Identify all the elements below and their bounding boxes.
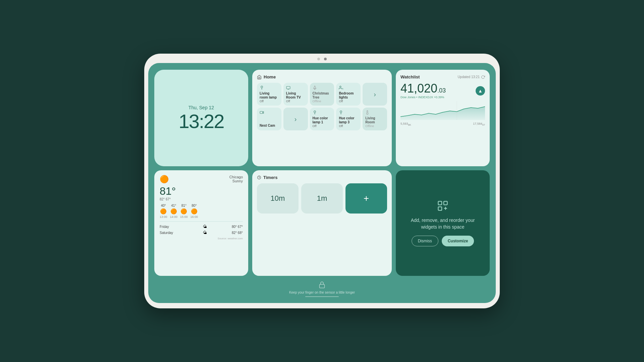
hue-lamp-3-icon [339,110,343,115]
timers-title: Timers [263,175,277,180]
svg-point-12 [340,111,342,113]
tv-icon [286,85,290,90]
customize-button[interactable]: Customize [442,236,474,246]
home-widget-header: Home [257,74,387,79]
timer-10m[interactable]: 10m [257,183,299,214]
timer-add-button[interactable]: + [345,183,387,214]
control-status-4: Off [339,100,358,103]
stock-chart [400,102,485,120]
stock-range: 5,5938K 17,58407 [400,122,485,126]
control-name-1: Living room lamp [260,92,279,100]
bottom-area: Keep your finger on the sensor a little … [154,280,490,297]
camera-icon [260,110,264,115]
tree-icon [313,85,317,90]
control-chevron-1[interactable]: › [363,83,387,106]
svg-rect-6 [314,88,315,89]
widget-promo-icon [437,200,449,213]
control-christmas-tree[interactable]: Christmas Tree Offline [310,83,334,106]
control-name-3: Christmas Tree [313,92,332,100]
clock-date: Thu, Sep 12 [189,105,214,110]
control-living-room-offline[interactable]: Living Room Offline [363,108,387,130]
forecast-saturday: Saturday 🌤 82° 68° [160,230,243,236]
timers-widget: Timers 10m 1m + [252,170,392,276]
weather-source: Source: weather.com [160,237,243,240]
widget-promo: Add, remove, and reorder your widgets in… [396,170,490,276]
timer-icon [257,175,261,180]
control-name-4: Bedroom lights [339,92,358,100]
svg-rect-19 [438,207,442,210]
promo-buttons: Dismiss Customize [412,236,474,246]
hourly-1: 40° 🟠 13:00 [160,204,167,219]
forecast-friday: Friday 🌤 80° 67° [160,224,243,230]
control-living-room-lamp[interactable]: Living room lamp Off [257,83,281,106]
hourly-4: 80° 🟠 16:00 [191,204,198,219]
home-title: Home [264,74,276,79]
weather-widget: 🟠 81° 82° 67° Chicago Sunny 40° 🟠 [154,170,248,276]
range-low: 5,5938K [400,122,411,126]
svg-point-0 [261,86,263,88]
range-high: 17,58407 [473,122,485,126]
clock-time: 13:22 [178,112,224,131]
camera-bar [148,58,496,63]
control-status-7: Off [339,124,358,128]
control-status-3: Offline [313,100,332,103]
camera-dot-left [317,58,320,60]
hue-lamp-1-icon [313,110,317,115]
lock-text: Keep your finger on the sensor a little … [289,291,355,294]
home-icon [257,75,262,79]
control-chevron-2[interactable]: › [283,108,308,130]
hourly-3: 81° 🟠 15:00 [180,204,188,219]
control-status-2: Off [286,100,305,103]
timer-1m[interactable]: 1m [301,183,343,214]
svg-rect-8 [260,111,263,114]
control-hue-lamp-1[interactable]: Hue color lamp 1 Off [310,108,334,130]
control-living-room-tv[interactable]: Living Room TV Off [283,83,308,106]
control-bedroom-lights[interactable]: Bedroom lights Off [336,83,361,106]
weather-location: Chicago [229,175,243,179]
stock-subtitle: Dow Jones • INDEXDJX +0.39% [400,96,485,99]
control-name-2: Living Room TV [286,92,305,100]
svg-rect-17 [438,201,442,205]
lock-icon [319,281,325,289]
control-name-5: Nest Cam [260,124,279,128]
home-widget: Home Living room lamp Off Livin [252,70,392,166]
svg-point-9 [314,111,315,113]
control-status-8: Offline [365,124,384,128]
chevron-icon-2: › [294,115,297,123]
svg-marker-5 [313,86,316,88]
watchlist-updated: Updated 13:21 [458,75,485,79]
watchlist-widget: Watchlist Updated 13:21 41,020.03 ▲ Dow … [396,70,490,166]
widget-promo-text: Add, remove, and reorder your widgets in… [402,217,483,230]
weather-location-block: Chicago Sunny [229,175,243,183]
control-status-1: Off [260,100,279,103]
weather-temp: 81° [160,185,176,197]
stock-price: 41,020.03 [400,81,446,96]
tablet-screen: Thu, Sep 12 13:22 Home [148,63,496,303]
watchlist-header: Watchlist Updated 13:21 [400,74,485,79]
weather-forecast: Friday 🌤 80° 67° Saturday 🌤 82° 68° [160,221,243,236]
control-name-6: Hue color lamp 1 [313,116,332,124]
svg-rect-18 [444,201,447,205]
main-grid: Thu, Sep 12 13:22 Home [154,70,490,276]
control-name-7: Hue color lamp 3 [339,116,358,124]
control-nest-cam[interactable]: Nest Cam [257,108,281,130]
control-hue-lamp-3[interactable]: Hue color lamp 3 Off [336,108,361,130]
weather-condition: Sunny [229,179,243,183]
weather-hourly: 40° 🟠 13:00 41° 🟠 14:00 81° 🟠 15:00 [160,204,243,219]
stock-up-arrow[interactable]: ▲ [476,86,485,96]
lamp-icon [260,85,264,90]
refresh-icon[interactable] [481,75,485,79]
svg-rect-20 [320,284,325,288]
control-status-6: Off [313,124,332,128]
tablet: Thu, Sep 12 13:22 Home [144,54,500,308]
timers-header: Timers [257,175,387,180]
svg-rect-3 [286,86,290,89]
camera-dot-right [324,58,327,60]
chevron-icon-1: › [374,90,376,98]
thermostat-icon [365,110,370,115]
timers-grid: 10m 1m + [257,183,387,214]
home-controls-grid: Living room lamp Off Living Room TV Off [257,83,387,130]
control-name-8: Living Room [365,116,384,124]
dismiss-button[interactable]: Dismiss [412,236,438,246]
watchlist-title: Watchlist [400,74,420,79]
